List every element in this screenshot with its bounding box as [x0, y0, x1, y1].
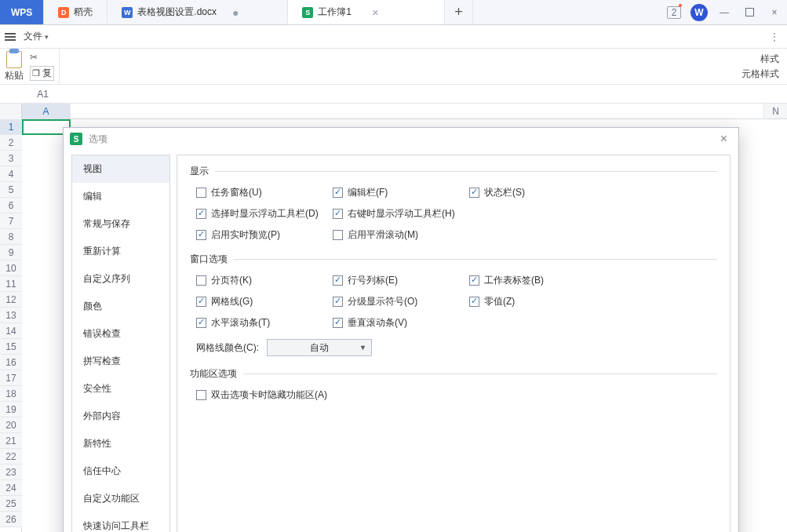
nav-new-features[interactable]: 新特性 — [72, 430, 169, 457]
row-header[interactable]: 10 — [0, 261, 22, 276]
tab-close-icon[interactable]: × — [372, 6, 379, 18]
row-header[interactable]: 13 — [0, 308, 22, 323]
ck-sheet-tabs[interactable]: 工作表标签(B) — [469, 274, 603, 287]
row-header[interactable]: 15 — [0, 339, 22, 355]
row-header[interactable]: 11 — [0, 276, 22, 292]
nav-edit[interactable]: 编辑 — [72, 183, 169, 210]
row-header[interactable]: 17 — [0, 370, 22, 386]
row-header[interactable]: 4 — [0, 166, 22, 182]
wps-home-tab[interactable]: WPS — [0, 0, 44, 24]
row-header[interactable]: 22 — [0, 449, 22, 465]
maximize-icon — [745, 8, 754, 16]
wps-logo-button[interactable]: W — [687, 0, 712, 25]
row-header[interactable]: 25 — [0, 496, 22, 512]
spreadsheet-area[interactable]: A N /* rows painted below via template *… — [0, 104, 787, 532]
column-headers: A — [0, 104, 787, 119]
nav-custom-lists[interactable]: 自定义序列 — [72, 265, 169, 293]
ck-h-scroll[interactable]: 水平滚动条(T) — [196, 316, 330, 330]
ck-formula-bar[interactable]: 编辑栏(F) — [333, 186, 466, 199]
doc-tab-docx[interactable]: W 表格视图设置.docx ● — [107, 0, 288, 24]
row-header[interactable]: 8 — [0, 229, 22, 245]
row-header[interactable]: 2 — [0, 135, 22, 151]
row-header[interactable]: 12 — [0, 292, 22, 308]
ck-outline-sym[interactable]: 分级显示符号(O) — [333, 295, 466, 308]
tab-modified-dot-icon: ● — [232, 7, 239, 18]
dialog-close-button[interactable]: × — [716, 129, 732, 149]
ck-gridlines[interactable]: 网格线(G) — [196, 295, 330, 308]
row-header[interactable]: 6 — [0, 198, 22, 213]
row-header[interactable]: 7 — [0, 213, 22, 229]
wps-logo-icon: W — [690, 4, 708, 21]
row-header[interactable]: 16 — [0, 355, 22, 370]
ck-dblclick-hide-ribbon[interactable]: 双击选项卡时隐藏功能区(A) — [196, 388, 327, 402]
row-header[interactable]: 19 — [0, 402, 22, 417]
style-group-stub: 样式 元格样式 — [741, 53, 787, 81]
hamburger-icon[interactable] — [5, 33, 16, 41]
word-doc-icon: W — [122, 7, 133, 18]
new-tab-button[interactable]: + — [445, 0, 473, 24]
nav-view[interactable]: 视图 — [72, 155, 169, 183]
nav-external[interactable]: 外部内容 — [72, 403, 169, 430]
row-header[interactable]: 1 — [0, 119, 22, 135]
nav-general-save[interactable]: 常规与保存 — [72, 210, 169, 238]
copy-stub[interactable]: ❐ 复 — [30, 66, 54, 81]
nav-custom-ribbon[interactable]: 自定义功能区 — [72, 485, 169, 512]
section-ribbon-options: 功能区选项 双击选项卡时隐藏功能区(A) — [190, 367, 717, 402]
nav-recalc[interactable]: 重新计算 — [72, 238, 169, 265]
nav-color[interactable]: 颜色 — [72, 293, 169, 320]
col-header-N[interactable]: N — [763, 104, 787, 119]
nav-quick-access[interactable]: 快速访问工具栏 — [72, 512, 169, 532]
dialog-titlebar[interactable]: S 选项 × — [64, 128, 738, 150]
tab-label: 表格视图设置.docx — [137, 5, 217, 19]
options-dialog: S 选项 × 视图 编辑 常规与保存 重新计算 自定义序列 颜色 错误检查 拼写… — [63, 127, 739, 532]
ck-task-pane[interactable]: 任务窗格(U) — [196, 186, 330, 199]
nav-trust-center[interactable]: 信任中心 — [72, 457, 169, 485]
col-header-A[interactable]: A — [22, 104, 71, 119]
row-header[interactable]: 24 — [0, 480, 22, 496]
nav-error-check[interactable]: 错误检查 — [72, 320, 169, 348]
file-menu[interactable]: 文件 ▾ — [20, 28, 52, 45]
ck-live-preview[interactable]: 启用实时预览(P) — [196, 228, 330, 242]
ck-smooth-scroll[interactable]: 启用平滑滚动(M) — [333, 228, 466, 242]
ck-v-scroll[interactable]: 垂直滚动条(V) — [333, 316, 466, 330]
row-header[interactable]: 23 — [0, 465, 22, 480]
tab-label: 工作簿1 — [318, 5, 352, 19]
row-header[interactable]: 21 — [0, 433, 22, 449]
row-header[interactable]: 5 — [0, 182, 22, 198]
nav-security[interactable]: 安全性 — [72, 375, 169, 403]
section-window-options: 窗口选项 分页符(K) 行号列标(E) 工作表标签(B) 网格线(G) 分级显示… — [190, 253, 717, 356]
window-close-button[interactable]: × — [762, 0, 787, 25]
row-header[interactable]: 20 — [0, 417, 22, 433]
row-header[interactable]: 18 — [0, 386, 22, 402]
cut-icon[interactable]: ✂ — [30, 52, 54, 63]
gridcolor-combo[interactable]: 自动 ▼ — [267, 339, 372, 356]
ck-select-float[interactable]: 选择时显示浮动工具栏(D) — [196, 207, 330, 220]
doc-tab-workbook[interactable]: S 工作簿1 × — [288, 0, 445, 24]
style-label-2[interactable]: 元格样式 — [741, 67, 779, 81]
ck-status-bar[interactable]: 状态栏(S) — [469, 186, 603, 199]
doc-tab-daoqiao[interactable]: D 稻壳 — [44, 0, 107, 24]
more-menu-icon[interactable]: ⋮ — [762, 31, 787, 42]
app-tab-bar: WPS D 稻壳 W 表格视图设置.docx ● S 工作簿1 × + 2 W … — [0, 0, 787, 25]
row-header[interactable]: 14 — [0, 323, 22, 339]
window-minimize-button[interactable]: — — [712, 0, 737, 25]
notif-badge[interactable]: 2 — [661, 0, 687, 25]
ck-rowcol-labels[interactable]: 行号列标(E) — [333, 274, 466, 287]
ck-page-breaks[interactable]: 分页符(K) — [196, 274, 330, 287]
gridline-color-row: 网格线颜色(C): 自动 ▼ — [190, 339, 717, 356]
nav-spellcheck[interactable]: 拼写检查 — [72, 348, 169, 375]
row-header[interactable]: 3 — [0, 151, 22, 166]
ribbon-menu-row: 文件 ▾ ⋮ — [0, 25, 787, 49]
window-maximize-button[interactable] — [737, 0, 762, 25]
row-header[interactable]: 26 — [0, 512, 22, 527]
paste-icon[interactable] — [6, 51, 22, 68]
name-box[interactable]: A1 — [0, 89, 55, 100]
row-header[interactable]: 9 — [0, 245, 22, 261]
section-title: 功能区选项 — [190, 367, 237, 381]
style-label-1[interactable]: 样式 — [760, 53, 779, 66]
ck-rclick-float[interactable]: 右键时显示浮动工具栏(H) — [333, 207, 466, 220]
file-menu-label: 文件 — [24, 30, 42, 43]
formula-bar: A1 — [0, 85, 787, 104]
ck-zero-values[interactable]: 零值(Z) — [469, 295, 603, 308]
spreadsheet-icon: S — [302, 7, 313, 18]
